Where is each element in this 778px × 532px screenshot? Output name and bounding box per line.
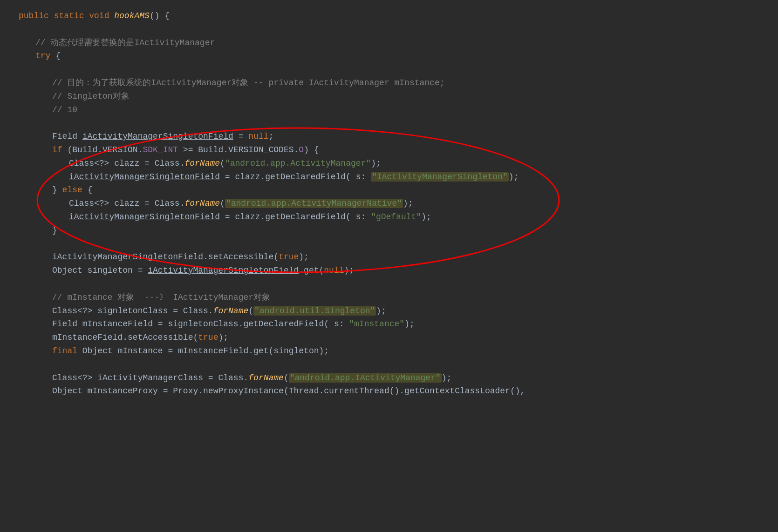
code-container: public static void hookAMS() { // 动态代理需要… xyxy=(0,0,778,407)
svg-point-0 xyxy=(37,128,559,272)
annotation-oval xyxy=(0,0,778,532)
